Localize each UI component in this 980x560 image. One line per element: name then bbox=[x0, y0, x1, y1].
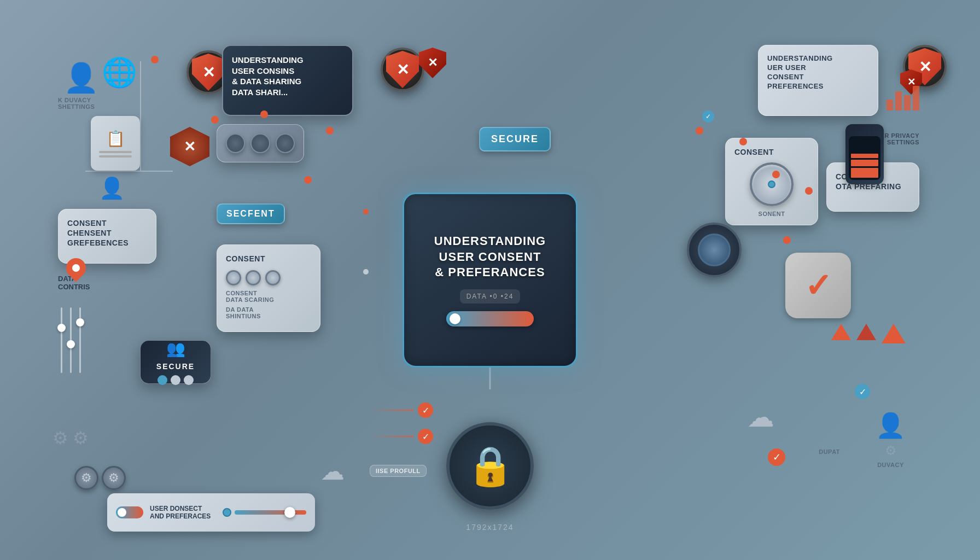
secure-dark-label[interactable]: SECURE bbox=[156, 362, 195, 371]
check-circle-area: ✓ bbox=[785, 253, 851, 318]
check-badge-2: ✓ bbox=[418, 429, 433, 444]
secure-dark-card: 👥 SECURE bbox=[140, 340, 211, 384]
gear-circle-2[interactable]: ⚙ bbox=[102, 466, 126, 490]
k-duvacy-label: K DUVACYSHETTINGS bbox=[58, 97, 95, 110]
people-icon: 👥 bbox=[166, 340, 185, 358]
watermark: 1792x1724 bbox=[466, 523, 514, 532]
hex-btn-area[interactable]: ✕ bbox=[170, 127, 209, 166]
secure-dot-2 bbox=[171, 375, 180, 385]
location-pin bbox=[62, 254, 90, 282]
check-line-2 bbox=[370, 436, 413, 437]
gear-icons-area: ⚙ ⚙ bbox=[52, 428, 89, 448]
user-profile-label: IISE PROFULL bbox=[376, 468, 421, 474]
secfent-button[interactable]: SECFENT bbox=[217, 203, 285, 224]
central-toggle[interactable] bbox=[446, 311, 534, 326]
shield-button-2[interactable]: ✕ bbox=[381, 48, 424, 91]
triangle-2 bbox=[856, 324, 876, 340]
secfent-btn-area[interactable]: SECFENT bbox=[217, 203, 285, 224]
badge-check-icon-1: ✓ bbox=[422, 405, 429, 416]
person-icon: 👤 bbox=[63, 62, 99, 94]
orange-verify-check: ✓ bbox=[773, 451, 781, 463]
dot-btn-1[interactable] bbox=[226, 133, 245, 153]
x-mark-2: ✕ bbox=[396, 61, 409, 79]
orange-dot-6 bbox=[304, 176, 312, 184]
check-circle: ✓ bbox=[785, 253, 851, 318]
phone-bar-2 bbox=[851, 160, 878, 166]
secure-btn-top-area[interactable]: SECURE bbox=[479, 127, 551, 151]
orange-dot-4 bbox=[151, 56, 159, 63]
user-profile-area: IISE PROFULL bbox=[370, 465, 427, 477]
gear-icon-2[interactable]: ⚙ bbox=[73, 428, 89, 448]
orange-verify-badge: ✓ bbox=[768, 448, 785, 466]
gear-icon-1[interactable]: ⚙ bbox=[52, 428, 68, 448]
slider-knob-3[interactable] bbox=[76, 318, 84, 326]
check-mark: ✓ bbox=[804, 266, 832, 305]
understanding-card-left-title: UNDERSTANDINGUSER CONSINS& DATA SHARINGD… bbox=[232, 55, 343, 97]
triangle-icons-area bbox=[831, 324, 906, 343]
circular-dial-inner bbox=[698, 234, 731, 266]
knob-dial[interactable] bbox=[750, 162, 794, 206]
verify-badge-area: ✓ bbox=[855, 384, 870, 399]
bar-1 bbox=[886, 100, 893, 110]
dot-btn-2[interactable] bbox=[250, 133, 270, 153]
globe-icon: 🌐 bbox=[102, 56, 137, 88]
small-orange-connector bbox=[363, 209, 369, 214]
location-pin-area bbox=[66, 258, 86, 278]
person-icon-blue: 👤 bbox=[99, 177, 125, 200]
secure-button-top[interactable]: SECURE bbox=[479, 127, 551, 151]
orange-dot-2 bbox=[739, 138, 747, 145]
orange-checks-area: ✓ ✓ bbox=[370, 402, 433, 444]
bottom-slider-track[interactable] bbox=[235, 510, 306, 515]
slider-knob-2[interactable] bbox=[67, 340, 75, 348]
toggle-knob bbox=[450, 313, 460, 324]
consent-preferences-title: CONSENTCHENSENTGREFEBENCES bbox=[67, 218, 147, 248]
phone-bar-3 bbox=[851, 168, 878, 178]
consent-data-panel: CONSENT CONSENTDATA SCARING DA DATASHINT… bbox=[217, 244, 320, 332]
document-card: 📋 bbox=[91, 116, 140, 171]
consent-knob-title: CONSENT bbox=[734, 147, 809, 157]
verify-check: ✓ bbox=[859, 387, 866, 397]
orange-dot-9 bbox=[696, 127, 703, 135]
orange-dot-1 bbox=[772, 171, 780, 178]
user-consent-text-area: USER DONSECTAND PREFERACES bbox=[150, 505, 211, 520]
chart-bars bbox=[886, 83, 919, 110]
central-panel: UNDERSTANDINGUSER CONSENT& PREFERANCES D… bbox=[402, 192, 578, 368]
lock-icon: 🔒 bbox=[466, 444, 514, 488]
cloud-icon: ☁ bbox=[320, 458, 345, 485]
phone-screen bbox=[849, 136, 880, 180]
check-row-1: ✓ bbox=[370, 402, 433, 418]
user-consent-label: USER DONSECTAND PREFERACES bbox=[150, 505, 211, 520]
person-gear-person: 👤 bbox=[876, 411, 906, 440]
hex-button[interactable]: ✕ bbox=[170, 127, 209, 166]
cloud-icon-area: ☁ bbox=[320, 457, 345, 485]
dot-btn-3[interactable] bbox=[276, 133, 295, 153]
check-line-1 bbox=[370, 410, 413, 411]
small-dial-2[interactable] bbox=[246, 270, 261, 285]
k-duvacy-label-area: K DUVACYSHETTINGS bbox=[58, 97, 95, 110]
gear-circle-icon-2: ⚙ bbox=[108, 471, 119, 485]
bar-2 bbox=[895, 91, 902, 110]
circular-dial-right[interactable] bbox=[687, 223, 742, 277]
shield-shape-1: ✕ bbox=[192, 54, 225, 91]
blue-verify-badge-small: ✓ bbox=[702, 110, 714, 122]
badge-check-icon-2: ✓ bbox=[422, 431, 429, 442]
slider-knob-1[interactable] bbox=[57, 324, 66, 332]
data-scaring-label: CONSENTDATA SCARING bbox=[226, 290, 311, 303]
three-dots-panel bbox=[217, 124, 304, 162]
person-blue-icon: 👤 bbox=[99, 176, 125, 200]
bottom-toggle[interactable] bbox=[116, 506, 143, 518]
understanding-card-right-title: UNDERSTANDINGUER USERCONSENTPREFERENCES bbox=[767, 54, 869, 91]
connector-line-1 bbox=[140, 61, 141, 171]
secure-dot-3 bbox=[184, 375, 194, 385]
consent-preferences-card: CONSENTCHENSENTGREFEBENCES bbox=[58, 209, 156, 264]
small-dial-1[interactable] bbox=[226, 270, 241, 285]
cloud-icon-right: ☁ bbox=[747, 402, 774, 433]
small-dial-3[interactable] bbox=[265, 270, 281, 285]
gear-circle-1[interactable]: ⚙ bbox=[74, 466, 98, 490]
bottom-slider-area bbox=[223, 508, 306, 517]
blue-verify-small: ✓ bbox=[702, 110, 714, 122]
doc-line-2 bbox=[99, 155, 132, 158]
knob-center bbox=[768, 180, 775, 188]
verify-badge: ✓ bbox=[855, 384, 870, 399]
understanding-card-left: UNDERSTANDINGUSER CONSINS& DATA SHARINGD… bbox=[222, 45, 353, 116]
